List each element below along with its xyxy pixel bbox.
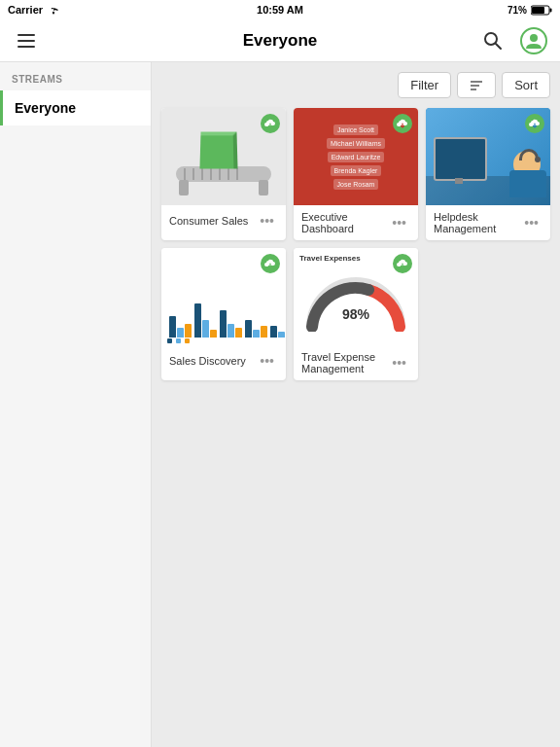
sidebar-item-label: Everyone (15, 100, 76, 116)
content-area: Filter Sort (152, 62, 560, 747)
nav-title: Everyone (243, 31, 318, 51)
travel-expense-title: Travel Expense Management (301, 351, 388, 374)
helpdesk-thumbnail (426, 108, 550, 205)
sales-discovery-thumbnail (161, 248, 286, 345)
sidebar: STREAMS Everyone (0, 62, 152, 747)
cloud-sync-icon-2 (393, 114, 412, 133)
conveyor-illustration (171, 118, 276, 196)
helpdesk-footer: Helpdesk Management ••• (426, 205, 550, 240)
filter-button[interactable]: Filter (398, 72, 451, 98)
carrier-label: Carrier (8, 4, 43, 16)
svg-text:98%: 98% (342, 306, 370, 322)
consumer-sales-menu[interactable]: ••• (256, 211, 278, 231)
toolbar: Filter Sort (161, 72, 550, 98)
status-bar-left: Carrier (8, 4, 60, 16)
travel-expense-thumbnail: Travel Expenses 98% 0% (294, 248, 418, 345)
sales-discovery-menu[interactable]: ••• (256, 351, 278, 371)
executive-dashboard-footer: Executive Dashboard ••• (294, 205, 418, 240)
app-card-travel-expense[interactable]: Travel Expenses 98% 0% (294, 248, 418, 380)
consumer-sales-thumbnail (161, 108, 286, 205)
filter-label: Filter (410, 78, 438, 92)
exec-dashboard-thumbnail: Janice Scott Michael Williams Edward Lau… (294, 108, 418, 205)
battery-label: 71% (508, 5, 527, 16)
svg-point-7 (530, 34, 538, 42)
exec-name-3: Edward Lauritze (328, 152, 385, 162)
svg-point-4 (485, 33, 497, 45)
app-card-helpdesk[interactable]: Helpdesk Management ••• (426, 108, 550, 240)
main-layout: STREAMS Everyone Filter Sort (0, 62, 560, 747)
svg-rect-2 (550, 8, 552, 12)
battery-icon (531, 5, 552, 16)
svg-point-0 (52, 13, 54, 15)
helpdesk-title: Helpdesk Management (434, 211, 520, 234)
nav-bar: Everyone (0, 19, 560, 62)
status-time: 10:59 AM (257, 4, 303, 16)
exec-name-5: Jose Rosam (333, 179, 379, 190)
app-card-executive-dashboard[interactable]: Janice Scott Michael Williams Edward Lau… (294, 108, 418, 240)
sales-bar-chart (169, 268, 278, 341)
svg-line-5 (496, 44, 501, 49)
profile-icon (520, 27, 547, 54)
exec-name-2: Michael Williams (327, 138, 385, 149)
sort-icon (470, 79, 483, 92)
sidebar-item-everyone[interactable]: Everyone (0, 90, 151, 125)
gauge-chart: 98% 0% 133% (299, 267, 412, 333)
travel-thumb-label: Travel Expenses (299, 254, 361, 263)
status-bar-right: 71% (508, 5, 552, 16)
sales-discovery-footer: Sales Discovery ••• (161, 345, 286, 376)
exec-name-1: Janice Scott (333, 124, 378, 135)
search-icon (483, 31, 503, 51)
nav-actions (478, 26, 548, 55)
travel-expense-menu[interactable]: ••• (388, 353, 410, 373)
exec-name-4: Brenda Kagler (331, 165, 382, 176)
cloud-sync-icon-4 (261, 254, 280, 273)
executive-dashboard-title: Executive Dashboard (301, 211, 388, 234)
app-card-consumer-sales[interactable]: Consumer Sales ••• (161, 108, 286, 240)
status-bar: Carrier 10:59 AM 71% (0, 0, 560, 19)
sort-button[interactable]: Sort (502, 72, 550, 98)
apps-grid: Consumer Sales ••• Janice Scott Michael … (161, 108, 550, 380)
consumer-sales-footer: Consumer Sales ••• (161, 205, 286, 236)
menu-button[interactable] (12, 26, 41, 55)
hamburger-icon (18, 34, 35, 48)
wifi-icon (47, 5, 60, 15)
cloud-sync-icon-3 (525, 114, 544, 133)
search-button[interactable] (478, 26, 508, 55)
consumer-sales-title: Consumer Sales (169, 215, 256, 227)
sort-options-button[interactable] (457, 72, 496, 98)
helpdesk-menu[interactable]: ••• (520, 213, 542, 232)
travel-expense-footer: Travel Expense Management ••• (294, 345, 418, 380)
cloud-sync-icon-5 (393, 254, 412, 273)
sales-discovery-title: Sales Discovery (169, 355, 256, 367)
executive-dashboard-menu[interactable]: ••• (388, 213, 410, 232)
app-card-sales-discovery[interactable]: Sales Discovery ••• (161, 248, 286, 380)
cloud-sync-icon (261, 114, 280, 133)
svg-rect-3 (532, 7, 544, 14)
sort-label: Sort (514, 78, 538, 92)
streams-label: STREAMS (0, 62, 151, 90)
profile-button[interactable] (519, 26, 548, 55)
